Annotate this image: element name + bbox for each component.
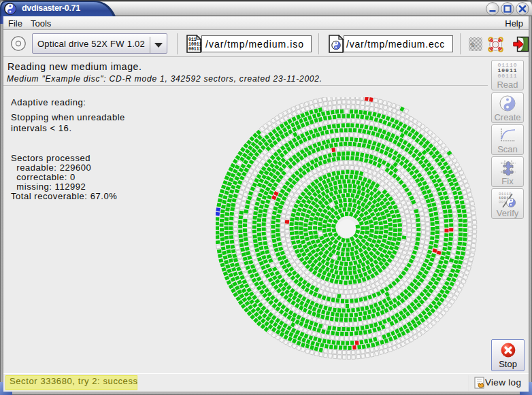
svg-text:10011: 10011: [188, 42, 202, 47]
svg-text:%·: %·: [471, 42, 478, 49]
svg-text:00111: 00111: [188, 47, 202, 52]
svg-text:011: 011: [188, 37, 197, 42]
